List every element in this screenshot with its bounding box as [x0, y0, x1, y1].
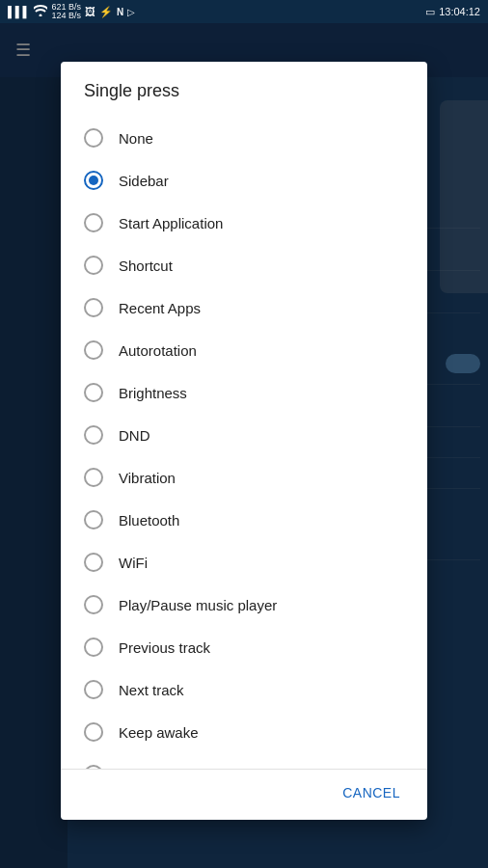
radio-circle-brightness [84, 383, 103, 402]
status-bar: ▌▌▌ 621 B/s124 B/s 🖼 ⚡ N ▷ ▭ 13:04:12 [0, 0, 488, 23]
radio-label-previous-track: Previous track [119, 639, 210, 656]
radio-circle-start-application [84, 213, 103, 232]
radio-item-google-assistant[interactable]: Google Assistent [61, 753, 427, 769]
radio-item-wifi[interactable]: WiFi [61, 541, 427, 583]
dialog-title: Single press [61, 62, 427, 113]
radio-circle-sidebar [84, 171, 103, 190]
radio-circle-next-track [84, 680, 103, 699]
wifi-icon [34, 5, 47, 18]
dialog-body: NoneSidebarStart ApplicationShortcutRece… [61, 113, 427, 769]
radio-label-bluetooth: Bluetooth [119, 512, 179, 529]
signal-icon: ▌▌▌ [8, 6, 30, 17]
radio-item-bluetooth[interactable]: Bluetooth [61, 499, 427, 541]
radio-item-play-pause[interactable]: Play/Pause music player [61, 583, 427, 626]
radio-circle-shortcut [84, 256, 103, 275]
radio-label-brightness: Brightness [119, 385, 187, 401]
radio-circle-bluetooth [84, 510, 103, 529]
radio-circle-wifi [84, 553, 103, 572]
radio-label-play-pause: Play/Pause music player [119, 597, 277, 613]
radio-item-sidebar[interactable]: Sidebar [61, 159, 427, 202]
radio-circle-vibration [84, 468, 103, 487]
radio-label-keep-awake: Keep awake [119, 724, 199, 741]
radio-item-keep-awake[interactable]: Keep awake [61, 711, 427, 753]
battery-icon: ▭ [425, 6, 435, 18]
radio-circle-autorotation [84, 340, 103, 360]
dialog-actions: CANCEL [61, 769, 427, 820]
radio-circle-keep-awake [84, 722, 103, 742]
radio-item-recent-apps[interactable]: Recent Apps [61, 286, 427, 329]
overlay: Single press NoneSidebarStart Applicatio… [0, 23, 488, 868]
radio-circle-google-assistant [84, 765, 103, 769]
dialog: Single press NoneSidebarStart Applicatio… [61, 62, 427, 820]
status-right: ▭ 13:04:12 [425, 6, 480, 18]
radio-item-vibration[interactable]: Vibration [61, 456, 427, 499]
nav-icon: ▷ [127, 7, 135, 17]
radio-item-autorotation[interactable]: Autorotation [61, 329, 427, 371]
status-left: ▌▌▌ 621 B/s124 B/s 🖼 ⚡ N ▷ [8, 3, 135, 20]
radio-item-previous-track[interactable]: Previous track [61, 626, 427, 668]
radio-label-autorotation: Autorotation [119, 342, 197, 359]
usb-icon: ⚡ [99, 6, 113, 18]
cancel-button[interactable]: CANCEL [331, 777, 412, 808]
nfc-icon: N [117, 7, 123, 17]
radio-label-dnd: DND [119, 427, 150, 444]
radio-label-vibration: Vibration [119, 470, 176, 486]
radio-circle-dnd [84, 425, 103, 445]
radio-label-shortcut: Shortcut [119, 258, 173, 274]
radio-label-none: None [119, 130, 153, 147]
radio-circle-play-pause [84, 595, 103, 614]
radio-label-sidebar: Sidebar [119, 173, 169, 189]
clock: 13:04:12 [439, 6, 480, 17]
radio-label-recent-apps: Recent Apps [119, 300, 201, 316]
radio-item-start-application[interactable]: Start Application [61, 202, 427, 244]
radio-item-shortcut[interactable]: Shortcut [61, 244, 427, 286]
radio-item-none[interactable]: None [61, 117, 427, 159]
radio-item-dnd[interactable]: DND [61, 414, 427, 456]
radio-item-next-track[interactable]: Next track [61, 668, 427, 711]
image-icon: 🖼 [85, 6, 95, 17]
radio-circle-none [84, 128, 103, 148]
radio-label-wifi: WiFi [119, 555, 148, 571]
radio-label-start-application: Start Application [119, 215, 223, 231]
radio-circle-previous-track [84, 637, 103, 657]
data-speed: 621 B/s124 B/s [51, 3, 81, 20]
radio-item-brightness[interactable]: Brightness [61, 371, 427, 414]
radio-label-next-track: Next track [119, 682, 184, 698]
radio-label-google-assistant: Google Assistent [119, 767, 228, 770]
radio-circle-recent-apps [84, 298, 103, 317]
